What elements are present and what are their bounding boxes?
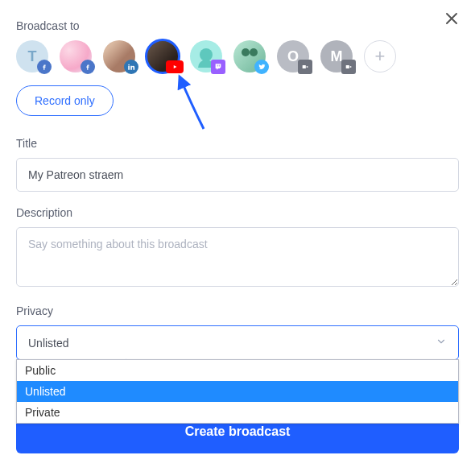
channel-avatar[interactable] — [233, 40, 266, 72]
svg-rect-1 — [307, 66, 308, 68]
chevron-down-icon — [436, 336, 447, 350]
svg-rect-3 — [350, 66, 352, 68]
facebook-icon — [37, 60, 52, 74]
privacy-label: Privacy — [16, 304, 459, 317]
channel-list: T — [16, 40, 459, 72]
privacy-option-private[interactable]: Private — [17, 402, 458, 423]
privacy-selected-value: Unlisted — [28, 337, 69, 350]
avatar-letter: O — [287, 48, 299, 65]
privacy-dropdown: Public Unlisted Private — [16, 359, 459, 424]
facebook-icon — [81, 60, 95, 74]
record-only-button[interactable]: Record only — [16, 85, 114, 116]
custom-rtmp-icon — [341, 60, 356, 74]
title-label: Title — [16, 137, 459, 150]
privacy-option-public[interactable]: Public — [17, 360, 458, 381]
broadcast-to-label: Broadcast to — [16, 19, 459, 32]
twitch-icon — [211, 60, 225, 74]
avatar-letter: T — [28, 48, 37, 65]
twitter-icon — [254, 60, 269, 74]
channel-avatar[interactable] — [103, 40, 135, 72]
privacy-option-unlisted[interactable]: Unlisted — [17, 381, 458, 402]
title-input[interactable] — [16, 158, 459, 192]
add-channel-button[interactable]: + — [364, 40, 396, 72]
channel-avatar[interactable]: T — [16, 40, 48, 72]
channel-avatar[interactable] — [190, 40, 222, 72]
description-label: Description — [16, 206, 459, 219]
privacy-select[interactable]: Unlisted — [16, 325, 459, 360]
channel-avatar-selected[interactable] — [147, 40, 179, 72]
svg-rect-2 — [346, 65, 349, 68]
svg-rect-0 — [303, 65, 306, 68]
custom-rtmp-icon — [298, 60, 312, 74]
channel-avatar[interactable]: O — [277, 40, 309, 72]
close-icon[interactable] — [445, 12, 461, 28]
youtube-icon — [166, 60, 184, 73]
description-input[interactable] — [16, 227, 459, 287]
channel-avatar[interactable] — [60, 40, 92, 72]
channel-avatar[interactable]: M — [320, 40, 353, 72]
linkedin-icon — [124, 60, 138, 74]
